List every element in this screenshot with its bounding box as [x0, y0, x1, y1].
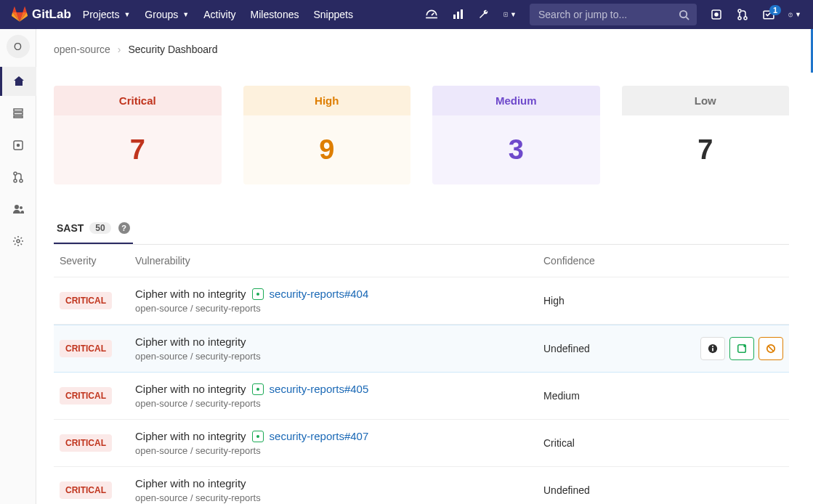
nav-projects[interactable]: Projects▼	[83, 9, 131, 20]
wrench-icon[interactable]	[477, 8, 490, 21]
issue-open-icon	[252, 383, 264, 395]
vuln-path: open-source / security-reports	[135, 445, 543, 456]
sidebar: O	[0, 29, 36, 504]
nav-activity[interactable]: Activity	[203, 9, 235, 20]
vuln-path: open-source / security-reports	[135, 398, 543, 409]
report-tabs: SAST 50 ?	[54, 214, 789, 245]
issue-open-icon	[252, 288, 264, 300]
table-row[interactable]: CRITICAL Cipher with no integrity open-s…	[54, 467, 789, 504]
vuln-path: open-source / security-reports	[135, 303, 543, 314]
help-icon[interactable]: ▼	[788, 8, 801, 21]
table-row[interactable]: CRITICAL Cipher with no integrity securi…	[54, 277, 789, 325]
chevron-down-icon: ▼	[510, 11, 517, 18]
confidence-value: High	[543, 295, 689, 306]
vuln-path: open-source / security-reports	[135, 492, 543, 503]
svg-rect-13	[14, 109, 23, 111]
todos-icon[interactable]: 1	[762, 8, 775, 21]
breadcrumb-separator: ›	[118, 44, 121, 55]
card-medium[interactable]: Medium 3	[432, 86, 600, 184]
card-label: Medium	[432, 86, 600, 115]
header-severity: Severity	[60, 255, 135, 267]
chevron-down-icon: ▼	[124, 11, 130, 18]
more-info-button[interactable]	[700, 337, 725, 360]
create-issue-button[interactable]	[729, 337, 754, 360]
merge-requests-icon[interactable]	[736, 8, 749, 21]
header-vulnerability: Vulnerability	[135, 255, 543, 267]
chart-icon[interactable]	[451, 8, 464, 21]
severity-badge: CRITICAL	[60, 434, 112, 452]
svg-point-18	[14, 172, 17, 175]
svg-rect-0	[453, 15, 456, 19]
svg-point-6	[715, 13, 718, 16]
nav-snippets[interactable]: Snippets	[313, 9, 352, 20]
card-high[interactable]: High 9	[243, 86, 411, 184]
card-count: 3	[432, 115, 600, 184]
breadcrumb-group[interactable]: open-source	[54, 44, 110, 55]
top-tool-icons: ▼	[425, 8, 517, 21]
svg-rect-14	[14, 113, 23, 115]
gitlab-logo[interactable]: GitLab	[12, 7, 71, 23]
issue-link[interactable]: security-reports#407	[270, 430, 369, 442]
svg-point-21	[15, 205, 19, 209]
svg-point-20	[20, 179, 23, 182]
sidebar-item-epics[interactable]	[0, 99, 36, 128]
sidebar-item-settings[interactable]	[0, 227, 36, 256]
svg-point-4	[680, 10, 687, 17]
top-right-icons: 1 ▼	[710, 8, 801, 21]
severity-badge: CRITICAL	[60, 387, 112, 405]
sidebar-item-merge-requests[interactable]	[0, 163, 36, 192]
confidence-value: Undefined	[543, 484, 689, 496]
plus-icon[interactable]: ▼	[503, 8, 517, 21]
card-count: 7	[54, 115, 222, 184]
issues-icon[interactable]	[710, 8, 723, 21]
group-avatar[interactable]: O	[7, 35, 30, 58]
nav-groups[interactable]: Groups▼	[145, 9, 189, 20]
confidence-value: Critical	[543, 437, 689, 449]
primary-nav: Projects▼ Groups▼ Activity Milestones Sn…	[83, 9, 353, 20]
vuln-title: Cipher with no integrity	[135, 336, 246, 348]
table-row[interactable]: CRITICAL Cipher with no integrity securi…	[54, 420, 789, 467]
tab-sast[interactable]: SAST 50 ?	[54, 214, 133, 244]
issue-open-icon	[252, 431, 264, 442]
todos-badge: 1	[769, 5, 781, 15]
vuln-title: Cipher with no integrity	[135, 288, 246, 300]
dashboard-icon[interactable]	[425, 8, 438, 21]
table-row[interactable]: CRITICAL Cipher with no integrity securi…	[54, 373, 789, 420]
svg-point-7	[738, 9, 741, 12]
card-label: Low	[622, 86, 790, 115]
confidence-value: Undefined	[543, 343, 689, 354]
svg-point-23	[17, 240, 20, 243]
breadcrumb-current: Security Dashboard	[129, 44, 218, 55]
sidebar-item-issues[interactable]	[0, 131, 36, 160]
header-confidence: Confidence	[543, 255, 689, 267]
svg-rect-1	[457, 12, 459, 19]
issue-link[interactable]: security-reports#404	[270, 288, 369, 300]
svg-point-26	[712, 346, 713, 347]
severity-summary-cards: Critical 7 High 9 Medium 3 Low 7	[54, 86, 789, 184]
table-header: Severity Vulnerability Confidence	[54, 245, 789, 277]
svg-point-8	[738, 17, 741, 20]
card-low[interactable]: Low 7	[622, 86, 790, 184]
severity-badge: CRITICAL	[60, 292, 112, 309]
nav-milestones[interactable]: Milestones	[251, 9, 299, 20]
tanuki-icon	[12, 7, 28, 23]
sidebar-item-members[interactable]	[0, 195, 36, 224]
sidebar-item-overview[interactable]	[0, 67, 36, 96]
svg-point-22	[20, 206, 23, 209]
help-icon[interactable]: ?	[118, 222, 130, 234]
issue-link[interactable]: security-reports#405	[270, 383, 369, 395]
search-input[interactable]: Search or jump to...	[530, 4, 697, 25]
breadcrumb: open-source › Security Dashboard	[54, 41, 789, 68]
svg-rect-2	[461, 9, 463, 19]
severity-badge: CRITICAL	[60, 481, 112, 499]
table-row[interactable]: CRITICAL Cipher with no integrity open-s…	[54, 325, 789, 373]
main-content: open-source › Security Dashboard Critica…	[36, 29, 806, 504]
severity-badge: CRITICAL	[60, 340, 112, 357]
vulnerability-table: Severity Vulnerability Confidence CRITIC…	[54, 245, 789, 504]
search-icon	[679, 9, 689, 20]
chevron-down-icon: ▼	[182, 11, 189, 18]
card-label: High	[243, 86, 411, 115]
vuln-title: Cipher with no integrity	[135, 430, 246, 442]
dismiss-button[interactable]	[759, 337, 783, 360]
card-critical[interactable]: Critical 7	[54, 86, 222, 184]
